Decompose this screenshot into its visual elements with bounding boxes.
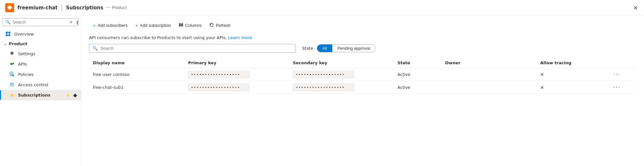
apis-icon [9, 61, 15, 67]
cursor: ◆ [73, 92, 77, 98]
svg-rect-12 [179, 23, 180, 26]
allow-tracing-value: ✕ [540, 85, 544, 90]
col-header-actions [608, 58, 636, 68]
refresh-icon [209, 23, 214, 28]
sidebar-item-policies[interactable]: Policies [0, 69, 81, 79]
cell-allow-tracing: ✕ [536, 81, 608, 94]
secondary-key-value: •••••••••••••••••• [296, 85, 345, 89]
svg-rect-13 [180, 23, 181, 26]
cell-state: Active [394, 68, 441, 81]
search-collapse-button[interactable]: ❮ [75, 20, 80, 25]
sidebar-item-label-policies: Policies [18, 72, 77, 77]
chevron-down-icon: ⌄ [4, 42, 7, 46]
state-pending-button[interactable]: Pending approval [332, 45, 375, 52]
filter-search-box[interactable]: 🔍 [89, 44, 296, 53]
search-input[interactable] [13, 20, 67, 25]
add-subscription-icon: + [135, 23, 138, 28]
cell-allow-tracing: ✕ [536, 68, 608, 81]
row-actions-button[interactable]: ··· [611, 84, 622, 91]
cell-state: Active [394, 81, 441, 94]
sidebar-item-label-settings: Settings [18, 51, 77, 56]
cell-actions: ··· [608, 81, 636, 94]
cell-owner [441, 81, 536, 94]
settings-icon [9, 51, 15, 57]
cell-actions: ··· [608, 68, 636, 81]
table-row: free user contoso •••••••••••••••••• •••… [89, 68, 636, 81]
sidebar-search-box[interactable]: 🔍 ✕ ❮ [3, 18, 78, 26]
learn-more-link[interactable]: Learn more [228, 35, 252, 40]
col-header-allow-tracing: Allow tracing [536, 58, 608, 68]
secondary-key-field[interactable]: •••••••••••••••••• [293, 71, 354, 78]
allow-tracing-value: ✕ [540, 72, 544, 77]
state-value: Active [397, 72, 410, 77]
row-actions-button[interactable]: ··· [611, 71, 622, 78]
info-bar: API consumers can subscribe to Products … [89, 35, 636, 40]
table-header-row: Display name Primary key Secondary key S… [89, 58, 636, 68]
overview-icon [5, 31, 11, 37]
state-toggle: All Pending approval [317, 44, 376, 52]
primary-key-value: •••••••••••••••••• [191, 85, 240, 89]
add-subscription-label: Add subscription [140, 23, 171, 28]
breadcrumb: Product [112, 5, 127, 10]
sidebar-item-subscriptions[interactable]: Subscriptions ★ ◆ [0, 90, 81, 100]
sidebar-section-product[interactable]: ⌄ Product [0, 39, 81, 48]
filter-row: 🔍 State All Pending approval [89, 44, 636, 53]
cell-owner [441, 68, 536, 81]
subscriptions-star-icon[interactable]: ★ [66, 93, 70, 98]
header-separator: | [61, 4, 63, 11]
state-label: State [302, 46, 313, 51]
cell-display-name: free-chat-sub1 [89, 81, 184, 94]
cell-secondary-key: •••••••••••••••••• [289, 81, 393, 94]
sidebar-item-label-apis: APIs [18, 62, 77, 67]
access-control-icon [9, 82, 15, 88]
svg-rect-0 [6, 32, 8, 34]
page-title: Subscriptions [66, 5, 104, 11]
add-subscription-button[interactable]: + Add subscription [131, 21, 175, 30]
sidebar-item-settings[interactable]: Settings [0, 48, 81, 59]
search-clear-button[interactable]: ✕ [69, 20, 73, 25]
col-header-state: State [394, 58, 441, 68]
add-subscribers-button[interactable]: + Add subscribers [89, 21, 131, 30]
cell-secondary-key: •••••••••••••••••• [289, 68, 393, 81]
secondary-key-field[interactable]: •••••••••••••••••• [293, 84, 354, 91]
close-button[interactable]: ✕ [632, 3, 639, 12]
refresh-button[interactable]: Refresh [206, 21, 235, 30]
filter-search-input[interactable] [100, 46, 292, 51]
app-logo [5, 3, 14, 12]
svg-rect-1 [8, 32, 10, 34]
columns-button[interactable]: Columns [175, 21, 206, 30]
cell-primary-key: •••••••••••••••••• [184, 68, 289, 81]
subscriptions-table: Display name Primary key Secondary key S… [89, 58, 636, 94]
table-row: free-chat-sub1 •••••••••••••••••• ••••••… [89, 81, 636, 94]
refresh-label: Refresh [216, 23, 231, 28]
search-icon: 🔍 [5, 20, 11, 25]
header: freemium-chat | Subscriptions ··· Produc… [0, 0, 644, 16]
sidebar-item-access-control[interactable]: Access control [0, 79, 81, 90]
filter-search-icon: 🔍 [93, 46, 98, 51]
header-title-group: freemium-chat | Subscriptions [17, 4, 103, 11]
columns-icon [179, 23, 183, 28]
header-more-button[interactable]: ··· [106, 5, 111, 11]
subscriptions-table-container: Display name Primary key Secondary key S… [89, 58, 636, 161]
svg-rect-2 [6, 34, 8, 36]
add-subscribers-label: Add subscribers [97, 23, 127, 28]
col-header-owner: Owner [441, 58, 536, 68]
add-subscribers-icon: + [93, 23, 96, 28]
col-header-secondary-key: Secondary key [289, 58, 393, 68]
svg-rect-14 [182, 23, 183, 26]
info-text: API consumers can subscribe to Products … [89, 35, 227, 40]
svg-rect-3 [8, 34, 10, 36]
state-all-button[interactable]: All [317, 45, 332, 52]
sidebar-item-overview[interactable]: Overview [0, 29, 81, 39]
state-value: Active [397, 85, 410, 90]
cell-display-name: free user contoso [89, 68, 184, 81]
primary-key-field[interactable]: •••••••••••••••••• [188, 71, 249, 78]
subscriptions-icon [9, 92, 15, 98]
sidebar-item-apis[interactable]: APIs [0, 59, 81, 69]
app-name: freemium-chat [17, 5, 57, 11]
primary-key-field[interactable]: •••••••••••••••••• [188, 84, 249, 91]
toolbar: + Add subscribers + Add subscription Col… [89, 21, 636, 30]
policies-icon [9, 71, 15, 77]
cell-primary-key: •••••••••••••••••• [184, 81, 289, 94]
sidebar-item-label-overview: Overview [14, 32, 77, 36]
